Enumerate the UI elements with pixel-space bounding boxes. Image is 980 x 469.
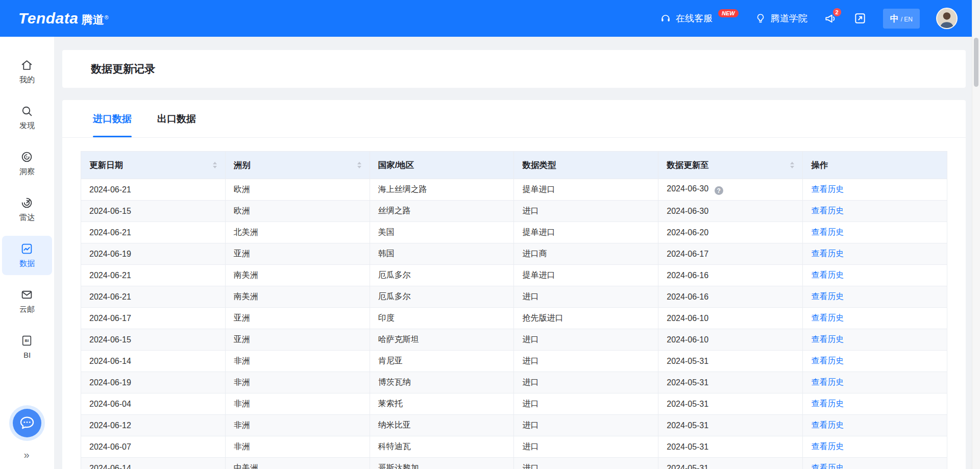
view-history-link[interactable]: 查看历史: [811, 292, 844, 301]
cell-updated-to: 2024-06-30: [658, 201, 803, 222]
view-history-link[interactable]: 查看历史: [811, 378, 844, 386]
updated-to-value: 2024-05-31: [667, 357, 708, 365]
logo-cn-text: 腾道: [81, 12, 104, 28]
cell-continent: 非洲: [225, 436, 370, 458]
cell-update-date: 2024-06-21: [81, 265, 226, 286]
table-body: 2024-06-21 欧洲 海上丝绸之路 提单进口 2024-06-30 ? 查…: [81, 179, 947, 469]
updated-to-value: 2024-06-20: [667, 228, 708, 237]
cell-update-date: 2024-06-21: [81, 179, 226, 201]
updated-to-value: 2024-05-31: [667, 442, 708, 451]
page-title-card: 数据更新记录: [62, 50, 966, 88]
svg-text:BI: BI: [25, 338, 29, 343]
cell-updated-to: 2024-06-16: [658, 286, 803, 308]
tab-import-data[interactable]: 进口数据: [93, 100, 132, 137]
tab-export-data[interactable]: 出口数据: [157, 100, 196, 137]
cell-data-type: 进口: [514, 393, 658, 415]
cell-updated-to: 2024-06-17: [658, 243, 803, 265]
sidebar-item-bi[interactable]: BI BI: [2, 328, 52, 366]
cell-country: 印度: [370, 308, 514, 329]
table-row: 2024-06-12 非洲 纳米比亚 进口 2024-05-31 查看历史: [81, 415, 947, 436]
logo-registered-mark: ®: [104, 14, 108, 20]
cell-data-type: 抢先版进口: [514, 308, 658, 329]
sidebar-collapse-button[interactable]: »: [23, 449, 30, 461]
cell-country: 美国: [370, 222, 514, 243]
view-history-link[interactable]: 查看历史: [811, 270, 844, 279]
view-history-link[interactable]: 查看历史: [811, 335, 844, 343]
cell-updated-to: 2024-05-31: [658, 458, 803, 469]
data-chart-icon: [20, 242, 33, 255]
cell-data-type: 进口: [514, 415, 658, 436]
notification-count-badge: 2: [833, 8, 841, 16]
view-history-link[interactable]: 查看历史: [811, 399, 844, 408]
page-scrollbar-track[interactable]: [972, 0, 980, 469]
customer-service-link[interactable]: 在线客服 NEW: [660, 12, 739, 24]
cell-updated-to: 2024-05-31: [658, 393, 803, 415]
view-history-link[interactable]: 查看历史: [811, 442, 844, 451]
view-history-link[interactable]: 查看历史: [811, 463, 844, 469]
col-label: 操作: [811, 160, 828, 171]
cell-data-type: 提单进口: [514, 265, 658, 286]
cell-country: 博茨瓦纳: [370, 372, 514, 393]
updated-to-value: 2024-06-30: [667, 184, 708, 193]
sort-icon[interactable]: [790, 162, 794, 168]
view-history-link[interactable]: 查看历史: [811, 206, 844, 215]
fullscreen-button[interactable]: [853, 12, 867, 25]
cell-country: 哈萨克斯坦: [370, 329, 514, 351]
cell-country: 纳米比亚: [370, 415, 514, 436]
sidebar-item-cloudmail[interactable]: 云邮: [2, 282, 52, 321]
cell-data-type: 提单进口: [514, 179, 658, 201]
logo[interactable]: Tendata 腾道 ®: [18, 10, 109, 28]
view-history-link[interactable]: 查看历史: [811, 185, 844, 193]
cell-continent: 非洲: [225, 415, 370, 436]
help-icon[interactable]: ?: [715, 186, 723, 195]
view-history-link[interactable]: 查看历史: [811, 228, 844, 236]
sort-icon[interactable]: [357, 162, 361, 168]
col-label: 国家/地区: [378, 160, 414, 171]
cell-update-date: 2024-06-14: [81, 458, 226, 469]
insight-icon: [20, 151, 33, 163]
updated-to-value: 2024-06-10: [667, 335, 708, 344]
avatar[interactable]: [936, 8, 958, 29]
cell-data-type: 进口: [514, 329, 658, 351]
view-history-link[interactable]: 查看历史: [811, 356, 844, 365]
table-header: 更新日期 洲别 国家/地区: [81, 152, 947, 179]
sidebar-item-radar[interactable]: 雷达: [2, 190, 52, 229]
cell-country: 哥斯达黎加: [370, 458, 514, 469]
sidebar-item-discover[interactable]: 发现: [2, 98, 52, 137]
view-history-link[interactable]: 查看历史: [811, 421, 844, 429]
cell-data-type: 进口: [514, 201, 658, 222]
table-row: 2024-06-14 中美洲 哥斯达黎加 进口 2024-05-31 查看历史: [81, 458, 947, 469]
view-history-link[interactable]: 查看历史: [811, 313, 844, 322]
new-badge: NEW: [718, 9, 739, 17]
table-row: 2024-06-15 欧洲 丝绸之路 进口 2024-06-30 查看历史: [81, 201, 947, 222]
col-continent[interactable]: 洲别: [225, 152, 370, 179]
language-toggle[interactable]: 中 / EN: [883, 9, 920, 29]
sidebar-item-label: 数据: [19, 259, 35, 268]
academy-link[interactable]: 腾道学院: [755, 12, 807, 24]
cell-country: 莱索托: [370, 393, 514, 415]
updated-to-value: 2024-06-16: [667, 292, 708, 301]
table-row: 2024-06-17 亚洲 印度 抢先版进口 2024-06-10 查看历史: [81, 308, 947, 329]
col-country: 国家/地区: [370, 152, 514, 179]
page-scrollbar-thumb[interactable]: [974, 38, 978, 87]
sidebar-item-data[interactable]: 数据: [2, 236, 52, 275]
chat-fab-button[interactable]: [13, 409, 41, 437]
cell-updated-to: 2024-06-10: [658, 329, 803, 351]
updated-to-value: 2024-06-10: [667, 314, 708, 323]
sidebar-item-insight[interactable]: 洞察: [2, 144, 52, 183]
main-content: 数据更新记录 进口数据 出口数据 更新日期: [54, 37, 972, 469]
cell-updated-to: 2024-05-31: [658, 415, 803, 436]
sort-icon[interactable]: [213, 162, 217, 168]
announcement-button[interactable]: 2: [824, 12, 837, 25]
academy-label: 腾道学院: [771, 12, 807, 24]
sidebar-item-mine[interactable]: 我的: [2, 52, 52, 91]
table-row: 2024-06-21 欧洲 海上丝绸之路 提单进口 2024-06-30 ? 查…: [81, 179, 947, 201]
customer-service-label: 在线客服: [676, 12, 713, 24]
cell-update-date: 2024-06-19: [81, 372, 226, 393]
col-update-date[interactable]: 更新日期: [81, 152, 226, 179]
col-updated-to[interactable]: 数据更新至: [658, 152, 803, 179]
cell-action: 查看历史: [803, 415, 947, 436]
view-history-link[interactable]: 查看历史: [811, 249, 844, 258]
cell-action: 查看历史: [803, 286, 947, 308]
cell-action: 查看历史: [803, 393, 947, 415]
